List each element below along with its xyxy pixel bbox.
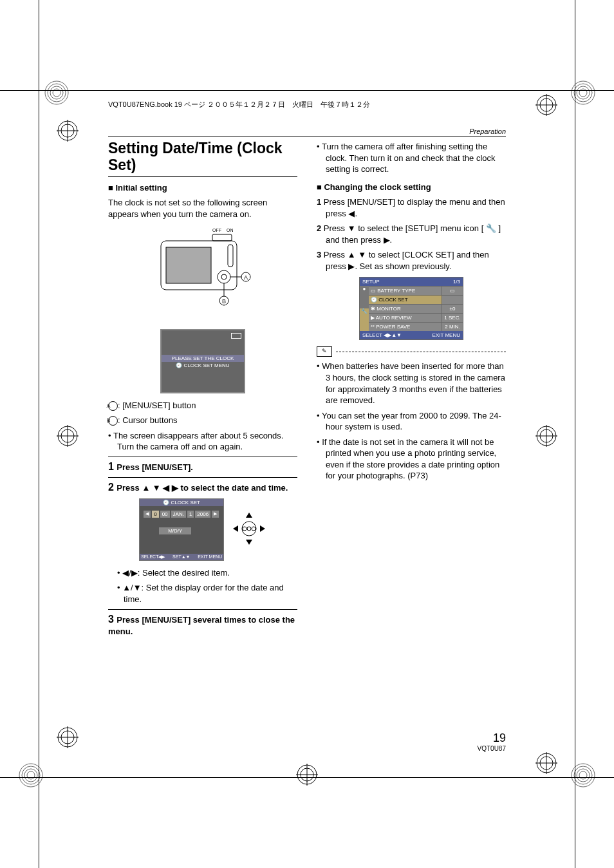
setup-head-left: SETUP	[362, 279, 380, 285]
svg-point-31	[45, 81, 68, 104]
svg-text:OFF: OFF	[212, 228, 221, 232]
svg-point-35	[572, 81, 595, 104]
svg-text:ON: ON	[227, 228, 234, 232]
row-label: AUTO REVIEW	[376, 315, 412, 321]
crop-line-right	[575, 0, 575, 868]
svg-point-50	[218, 270, 230, 283]
bullet-text: • The screen disappears after about 5 se…	[108, 430, 297, 453]
step-2-text: Press ▲ ▼ ◀ ▶ to select the date and tim…	[116, 483, 288, 493]
bullet-turn-off: • Turn the camera off after finishing se…	[317, 141, 506, 175]
field-month: JAN.	[171, 511, 186, 518]
step-3: 3 Press [MENU/SET] several times to clos…	[108, 612, 297, 637]
setup-head-right: 1/3	[453, 279, 460, 285]
sunburst-icon	[44, 80, 70, 106]
bullet-turn-off-text: Turn the camera off after finishing sett…	[322, 142, 496, 174]
row-val: 2 MIN.	[442, 323, 463, 331]
setup-menu-lcd: SETUP 1/3 ● 🔧 ▭ BATTERY TYPE▭ 🕘 CLOCK SE…	[359, 277, 463, 340]
svg-marker-59	[246, 540, 252, 545]
chg3-text: Press ▲ ▼ to select [CLOCK SET] and then…	[324, 250, 489, 271]
svg-marker-58	[246, 513, 252, 518]
step2-sub1: • ◀/▶: Select the desired item.	[108, 567, 297, 579]
foot-set: SET▲▼	[172, 554, 190, 560]
body-text: The clock is not set so the following sc…	[108, 197, 297, 220]
label-b-text: : Cursor buttons	[118, 415, 178, 425]
register-mark-icon	[535, 94, 557, 116]
svg-marker-60	[233, 525, 238, 532]
setup-foot-right: EXIT MENU	[433, 332, 460, 338]
svg-point-28	[53, 89, 60, 97]
svg-point-37	[24, 769, 37, 782]
note-bullet: • You can set the year from 2000 to 2099…	[317, 410, 506, 433]
page-number-block: 19 VQT0U87	[478, 731, 506, 752]
circled-b-icon: B	[108, 416, 118, 426]
note3-text: If the date is not set in the camera it …	[322, 437, 499, 481]
bullet-content: The screen disappears after about 5 seco…	[113, 431, 284, 452]
svg-point-33	[577, 86, 590, 99]
sunburst-icon	[18, 762, 44, 788]
lcd-submessage: 🕘 CLOCK SET MENU	[162, 363, 244, 368]
step2-sub1-text: ◀/▶: Select the desired item.	[122, 568, 230, 578]
setup-row: ᶻᶻ POWER SAVE2 MIN.	[369, 322, 463, 331]
step-1: 1 Press [MENU/SET].	[108, 460, 297, 474]
clock-set-lcd-title: 🕘 CLOCK SET	[140, 499, 223, 506]
svg-rect-48	[212, 234, 232, 241]
foot-select: SELECT◀▶	[141, 554, 165, 560]
clock-set-figure: 🕘 CLOCK SET ◀ 0 00 JAN. 1 2006 ▶ M/D/Y S…	[108, 498, 297, 561]
svg-point-40	[579, 771, 587, 779]
lcd-message: PLEASE SET THE CLOCK	[162, 355, 244, 362]
chg-step-1: 1 Press [MENU/SET] to display the menu a…	[317, 196, 506, 219]
chg2-text: Press ▼ to select the [SETUP] menu icon …	[324, 223, 501, 245]
chg1-text: Press [MENU/SET] to display the menu and…	[324, 197, 505, 218]
label-b-desc: B: Cursor buttons	[108, 415, 297, 426]
svg-marker-61	[260, 525, 265, 532]
setup-foot-left: SELECT ◀▶▲▼	[362, 332, 402, 338]
page-code: VQT0U87	[478, 745, 506, 752]
battery-icon	[231, 333, 241, 339]
sunburst-icon	[570, 762, 596, 788]
sunburst-icon	[570, 80, 596, 106]
register-mark-icon	[57, 120, 79, 142]
svg-text:A: A	[244, 274, 248, 281]
register-mark-icon	[57, 726, 79, 748]
row-label: MONITOR	[377, 306, 401, 312]
setup-body: ● 🔧 ▭ BATTERY TYPE▭ 🕘 CLOCK SET ✱ MONITO…	[360, 286, 463, 331]
row-label: BATTERY TYPE	[377, 288, 415, 294]
setup-row-selected: 🕘 CLOCK SET	[369, 295, 463, 304]
row-val: 1 SEC.	[442, 314, 463, 322]
divider	[108, 176, 297, 177]
step2-sub2: • ▲/▼: Set the display order for the dat…	[108, 582, 297, 605]
register-mark-icon	[296, 764, 318, 786]
step-1-text: Press [MENU/SET].	[116, 462, 192, 472]
divider	[108, 457, 297, 457]
clock-set-footer: SELECT◀▶ SET▲▼ EXIT MENU	[140, 554, 223, 560]
circled-a-icon: A	[108, 401, 118, 411]
svg-text:B: B	[222, 298, 226, 305]
register-mark-icon	[535, 752, 557, 774]
svg-point-32	[579, 89, 587, 97]
lcd-prompt-clock: PLEASE SET THE CLOCK 🕘 CLOCK SET MENU	[160, 329, 245, 393]
note1-text: When batteries have been inserted for mo…	[322, 361, 505, 405]
svg-rect-49	[228, 245, 233, 267]
label-a-text: : [MENU/SET] button	[118, 401, 196, 410]
svg-point-39	[19, 764, 42, 787]
svg-point-63	[243, 527, 247, 531]
crop-line-top	[0, 90, 614, 91]
register-mark-icon	[535, 425, 557, 447]
heading-initial-setting: ■ Initial setting	[108, 182, 297, 194]
step2-sub2-text: ▲/▼: Set the display order for the date …	[122, 583, 284, 604]
field-year: 2006	[195, 511, 210, 518]
svg-point-51	[221, 274, 227, 279]
setup-tab-icons: ● 🔧	[360, 286, 369, 331]
row-label: CLOCK SET	[378, 297, 407, 303]
chg-step-2: 2 Press ▼ to select the [SETUP] menu ico…	[317, 223, 506, 245]
section-tag: Preparation	[108, 127, 506, 135]
row-val: ±0	[442, 305, 463, 313]
crop-line-left	[39, 0, 39, 868]
register-mark-icon	[57, 425, 79, 447]
date-format: M/D/Y	[159, 527, 191, 534]
setup-head: SETUP 1/3	[360, 278, 463, 286]
step-3-text: Press [MENU/SET] several times to close …	[108, 615, 295, 637]
divider	[108, 477, 297, 478]
row-val	[442, 296, 463, 304]
svg-point-41	[577, 769, 590, 782]
